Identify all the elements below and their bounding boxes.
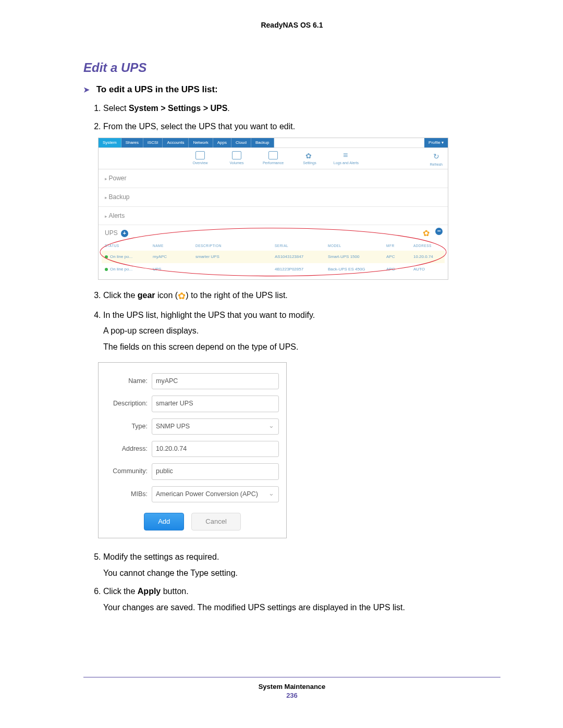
tab-apps[interactable]: Apps [213,138,231,147]
gear-icon [305,151,314,159]
add-button[interactable]: Add [144,513,184,530]
description-field[interactable]: smarter UPS [152,396,279,412]
mibs-select[interactable]: American Power Conversion (APC) [152,486,279,502]
status-dot-icon [105,268,108,271]
label-mibs: MIBs: [106,489,148,499]
ups-settings-gear-button[interactable] [423,227,431,236]
col-model: MODEL [325,241,383,251]
section-alerts[interactable]: Alerts [99,207,448,226]
toolbar-volumes[interactable]: Volumes [223,151,250,166]
arrow-icon: ➤ [83,85,90,94]
profile-menu[interactable]: Profile ▾ [424,138,448,147]
volumes-icon [232,151,241,159]
overview-icon [195,151,205,159]
section-ups: UPS + − STATUS NAME DESCRIPTION SERIAL M… [99,225,448,279]
col-status: STATUS [102,241,150,251]
settings-toolbar: Overview Volumes Performance Settings Lo… [99,148,448,170]
name-field[interactable]: myAPC [152,373,279,389]
tab-system[interactable]: System [99,138,121,147]
toolbar-settings[interactable]: Settings [296,151,323,166]
label-name: Name: [106,376,148,386]
top-tab-bar: System Shares iSCSI Accounts Network App… [99,138,448,148]
step-1: Select System > Settings > UPS. [103,102,500,115]
performance-icon [268,151,278,159]
col-name: NAME [150,241,192,251]
tab-backup[interactable]: Backup [251,138,274,147]
refresh-icon [433,151,439,163]
product-header: ReadyNAS OS 6.1 [83,21,500,29]
label-type: Type: [106,422,148,431]
ui-screenshot-ups-list: System Shares iSCSI Accounts Network App… [98,138,448,280]
instruction-header-text: To edit a UPS in the UPS list: [96,84,218,94]
toolbar-performance[interactable]: Performance [260,151,287,166]
ups-label: UPS [105,228,118,238]
section-backup[interactable]: Backup [99,188,448,207]
tab-network[interactable]: Network [189,138,213,147]
col-description: DESCRIPTION [192,241,272,251]
label-address: Address: [106,444,148,454]
tab-cloud[interactable]: Cloud [231,138,251,147]
section-title: Edit a UPS [83,60,500,75]
status-dot-icon [105,255,108,258]
toolbar-refresh[interactable]: Refresh [430,151,443,168]
footer-page-number: 236 [83,692,500,699]
cancel-button[interactable]: Cancel [191,513,240,530]
step-6: Click the Apply button. Your changes are… [103,585,500,614]
table-row[interactable]: On line po... UPS 4B1223P02857 Back-UPS … [102,263,445,276]
col-address: ADDRESS [410,241,445,251]
tab-shares[interactable]: Shares [121,138,143,147]
footer-chapter: System Maintenance [83,683,500,690]
edit-ups-dialog: Name: myAPC Description: smarter UPS Typ… [98,362,287,538]
label-description: Description: [106,399,148,409]
step-4: In the UPS list, highlight the UPS that … [103,309,500,539]
toolbar-overview[interactable]: Overview [187,151,214,166]
type-select[interactable]: SNMP UPS [152,418,279,435]
tab-accounts[interactable]: Accounts [163,138,189,147]
toolbar-logs[interactable]: Logs and Alerts [333,151,360,166]
community-field[interactable]: public [152,463,279,479]
address-field[interactable]: 10.20.0.74 [152,441,279,457]
gear-icon: ✿ [178,289,186,304]
instruction-header: ➤ To edit a UPS in the UPS list: [83,84,500,95]
step-5: Modify the settings as required. You can… [103,551,500,580]
page-footer: System Maintenance 236 [83,677,500,699]
add-ups-button[interactable]: + [121,230,128,237]
col-serial: SERIAL [272,241,325,251]
table-row[interactable]: On line po... myAPC smarter UPS AS104312… [102,251,445,263]
ups-table: STATUS NAME DESCRIPTION SERIAL MODEL MFR… [102,241,445,276]
col-mfr: MFR [383,241,410,251]
step-2: From the UPS, select the UPS that you wa… [103,120,500,280]
list-icon [341,151,351,159]
tab-iscsi[interactable]: iSCSI [143,138,163,147]
section-power[interactable]: Power [99,169,448,188]
label-community: Community: [106,466,148,476]
step-3: Click the gear icon (✿) to the right of … [103,289,500,304]
